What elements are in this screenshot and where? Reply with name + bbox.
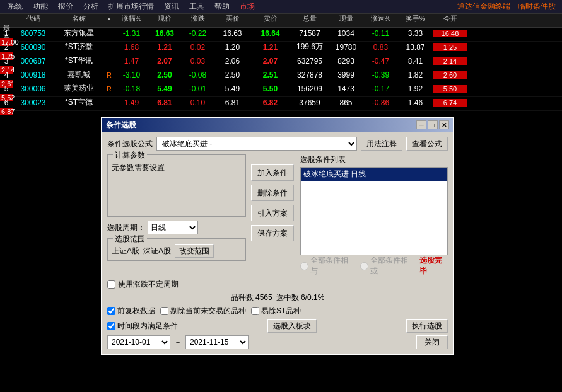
col-dot: • [104, 15, 114, 23]
save-scheme-button[interactable]: 保存方案 [251, 225, 294, 241]
row-open: 2.14 [433, 57, 467, 65]
dialog-maximize-button[interactable]: □ [428, 120, 438, 129]
row-name[interactable]: *ST华讯 [54, 55, 104, 66]
row-speed: -0.86 [363, 98, 398, 107]
menu-analysis[interactable]: 分析 [78, 0, 103, 13]
row-code[interactable]: 300006 [13, 84, 54, 93]
row-code[interactable]: 600753 [13, 29, 54, 38]
menu-extended[interactable]: 扩展市场行情 [103, 0, 159, 13]
row-change: 0.02 [180, 43, 215, 52]
use-irregular-row: 使用涨跌不定周期 [107, 279, 448, 290]
date-row: 2021-10-01 － 2021-11-15 关闭 [107, 335, 448, 349]
table-row[interactable]: 5 300006 莱美药业 R -0.18 5.49 -0.01 5.49 5.… [0, 83, 562, 97]
row-code[interactable]: 000918 [13, 71, 54, 79]
table-row[interactable]: 6 300023 *ST宝德 1.49 6.81 0.10 6.81 6.82 … [0, 97, 562, 111]
condition-list-label: 选股条件列表 [300, 154, 448, 165]
usage-note-button[interactable]: 用法注释 [361, 137, 402, 151]
row-sell: 6.82 [250, 98, 291, 107]
dialog-minimize-button[interactable]: ─ [416, 120, 426, 129]
menu-function[interactable]: 功能 [28, 0, 53, 13]
period-select[interactable]: 日线 [148, 221, 198, 234]
change-range-button[interactable]: 改变范围 [175, 244, 214, 258]
row-price: 1.21 [149, 43, 180, 52]
time-period-checkbox[interactable] [107, 322, 115, 330]
menu-right-group: 通达信金融终端 临时条件股 [454, 1, 559, 12]
radio-all-and-input[interactable] [300, 262, 308, 270]
row-num: 1 [0, 29, 13, 38]
menu-help[interactable]: 帮助 [209, 0, 235, 13]
dialog-body: 条件选股公式 破冰绝底买进 - 用法注释 查看公式 计算参数 无参数需要设置 [102, 132, 453, 354]
close-button[interactable]: 关闭 [416, 335, 448, 349]
period-row: 选股周期： 日线 [107, 221, 246, 234]
delete-condition-button[interactable]: 删除条件 [251, 185, 294, 201]
formula-label: 条件选股公式 [107, 139, 153, 149]
date-separator: － [174, 337, 182, 348]
dialog-two-col: 计算参数 无参数需要设置 选股周期： 日线 选股范围 [107, 154, 448, 279]
col-code: 代码 [13, 14, 54, 23]
date-to-select[interactable]: 2021-11-15 [185, 335, 249, 349]
row-turnover: 1.92 [398, 84, 433, 93]
select-board-button[interactable]: 选股入板块 [267, 319, 317, 333]
row-change-pct: 1.47 [114, 57, 149, 66]
row-change-pct: -0.18 [114, 84, 149, 93]
calc-params-title: 计算参数 [113, 150, 147, 161]
row-open: 6.74 [433, 99, 467, 107]
row-num: 5 [0, 84, 13, 93]
exclude-st-checkbox[interactable] [251, 307, 259, 315]
row-cur-vol: 3999 [329, 71, 363, 79]
calc-params-content: 无参数需要设置 [112, 160, 242, 214]
row-cur-vol: 1034 [329, 29, 363, 38]
row-name[interactable]: 莱美药业 [54, 83, 104, 94]
prefill-checkbox[interactable] [107, 307, 115, 315]
row-name[interactable]: *ST宝德 [54, 97, 104, 108]
table-row[interactable]: 3 000687 *ST华讯 1.47 2.07 0.03 2.06 2.07 … [0, 55, 562, 69]
exclude-st-label: 易除ST品种 [261, 306, 301, 316]
radio-all-or[interactable]: 全部条件相或 [360, 255, 413, 277]
row-turnover: 13.87 [398, 43, 433, 52]
row-buy: 16.63 [215, 29, 250, 38]
row-code[interactable]: 000687 [13, 57, 54, 66]
table-body: 1 600753 东方银星 -1.31 16.63 -0.22 16.63 16… [0, 28, 562, 111]
condition-list-item[interactable]: 破冰绝底买进 日线 [301, 168, 447, 181]
checkbox-row-1: 前复权数据 剔除当前未交易的品种 易除ST品种 [107, 306, 448, 316]
exclude-st-option: 易除ST品种 [251, 306, 301, 316]
row-buy: 1.20 [215, 43, 250, 52]
dialog-close-button[interactable]: ✕ [439, 120, 449, 129]
radio-all-and[interactable]: 全部条件相与 [300, 255, 353, 277]
view-formula-button[interactable]: 查看公式 [406, 137, 448, 151]
row-change: 0.03 [180, 57, 215, 66]
dialog-title: 条件选股 [106, 120, 416, 130]
menu-quote[interactable]: 报价 [53, 0, 78, 13]
date-from-select[interactable]: 2021-10-01 [107, 335, 170, 349]
import-scheme-button[interactable]: 引入方案 [251, 205, 294, 221]
table-row[interactable]: 1 600753 东方银星 -1.31 16.63 -0.22 16.63 16… [0, 28, 562, 42]
menu-system[interactable]: 系统 [3, 0, 28, 13]
radio-all-or-input[interactable] [360, 262, 368, 270]
prefill-option: 前复权数据 [107, 306, 155, 316]
formula-select[interactable]: 破冰绝底买进 - [156, 137, 357, 151]
menu-market[interactable]: 市场 [235, 0, 260, 13]
row-name[interactable]: *ST济堂 [54, 42, 104, 52]
menu-temp-condition[interactable]: 临时条件股 [514, 1, 559, 12]
row-code[interactable]: 600090 [13, 43, 54, 52]
table-row[interactable]: 2 600090 *ST济堂 1.68 1.21 0.02 1.20 1.21 … [0, 42, 562, 55]
menu-tools[interactable]: 工具 [184, 0, 209, 13]
menu-info[interactable]: 资讯 [159, 0, 184, 13]
row-price: 16.63 [149, 29, 180, 38]
row-total: 327878 [291, 71, 329, 79]
row-num: 4 [0, 71, 13, 79]
row-total: 71587 [291, 29, 329, 38]
col-buy: 买价 [215, 14, 250, 23]
info-bar: 品种数 4565 选中数 6/0.1% [107, 292, 448, 303]
exec-select-button[interactable]: 执行选股 [406, 319, 448, 333]
add-condition-button[interactable]: 加入条件 [251, 164, 294, 181]
row-name[interactable]: 东方银星 [54, 28, 104, 38]
row-code[interactable]: 300023 [13, 98, 54, 107]
exclude-today-checkbox[interactable] [160, 307, 168, 315]
condition-list[interactable]: 破冰绝底买进 日线 [300, 167, 448, 255]
row-name[interactable]: 嘉凯城 [54, 69, 104, 80]
use-irregular-checkbox[interactable] [107, 280, 115, 289]
row-sell: 5.50 [250, 84, 291, 93]
row-price: 5.49 [149, 84, 180, 93]
table-row[interactable]: 4 000918 嘉凯城 R -3.10 2.50 -0.08 2.50 2.5… [0, 69, 562, 83]
